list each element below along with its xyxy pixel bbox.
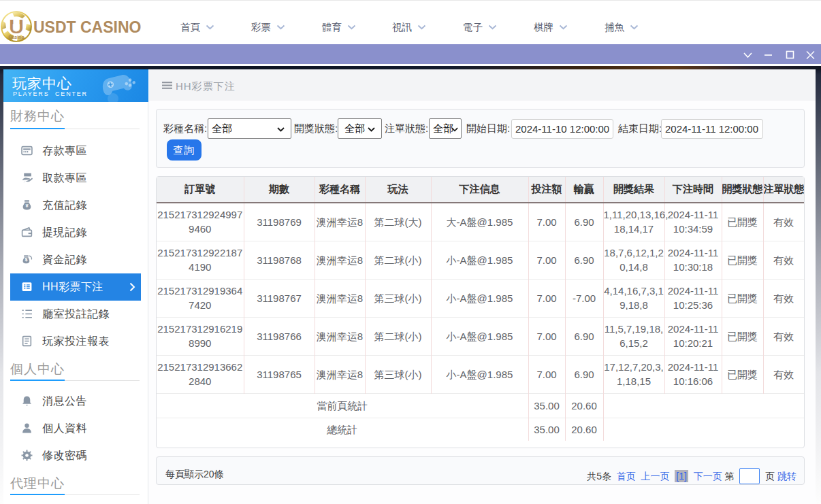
svg-text:U: U <box>13 22 20 33</box>
svg-text:Casino: Casino <box>8 35 24 39</box>
svg-text:$: $ <box>25 257 28 263</box>
